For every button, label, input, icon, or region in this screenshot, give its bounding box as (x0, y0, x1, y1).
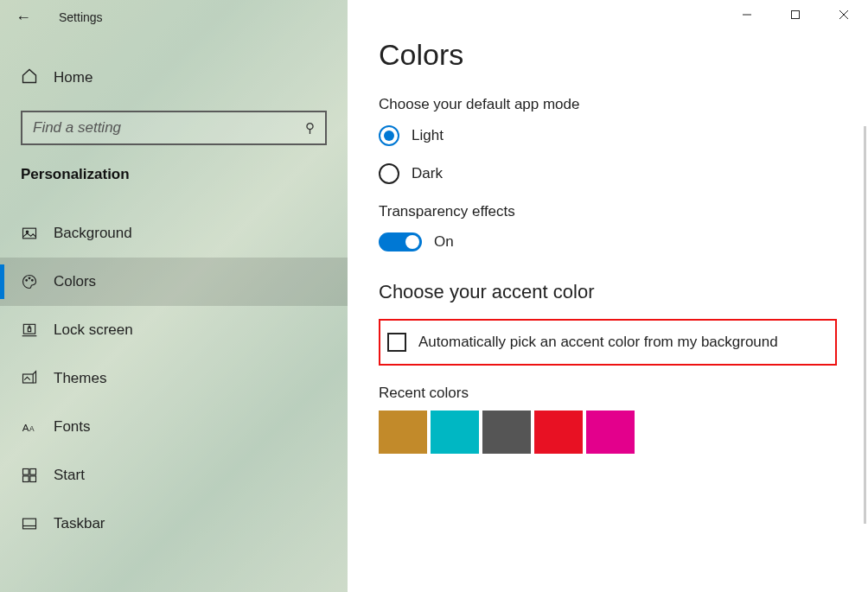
auto-accent-checkbox-row[interactable]: Automatically pick an accent color from … (379, 319, 837, 366)
search-box[interactable]: ⚲ (21, 111, 327, 145)
sidebar-item-lockscreen[interactable]: Lock screen (0, 306, 348, 354)
close-button[interactable] (820, 0, 868, 29)
home-icon (21, 67, 38, 88)
radio-icon (379, 163, 399, 184)
themes-icon (21, 370, 38, 387)
titlebar: ← Settings (0, 0, 348, 35)
transparency-toggle[interactable] (379, 232, 422, 251)
radio-label: Dark (412, 165, 443, 182)
sidebar-item-label: Themes (54, 370, 106, 387)
svg-rect-1 (792, 11, 800, 19)
svg-rect-18 (30, 476, 36, 482)
checkbox-label: Automatically pick an accent color from … (418, 334, 778, 351)
palette-icon (21, 273, 38, 290)
sidebar-item-label: Background (54, 225, 132, 242)
svg-rect-15 (23, 469, 29, 475)
picture-icon (21, 225, 38, 242)
svg-point-5 (26, 231, 29, 233)
sidebar-item-themes[interactable]: Themes (0, 354, 348, 403)
sidebar-item-colors[interactable]: Colors (0, 258, 348, 306)
svg-rect-12 (23, 374, 34, 383)
app-title: Settings (59, 10, 103, 24)
color-swatch[interactable] (482, 411, 531, 454)
start-icon (21, 467, 38, 484)
color-swatch[interactable] (431, 411, 479, 454)
recent-colors-label: Recent colors (379, 385, 868, 402)
svg-text:A: A (29, 424, 35, 433)
radio-dark[interactable]: Dark (379, 163, 868, 184)
search-input[interactable] (33, 119, 305, 137)
sidebar-item-start[interactable]: Start (0, 451, 348, 500)
accent-label: Choose your accent color (379, 281, 868, 303)
maximize-button[interactable] (771, 0, 820, 29)
svg-point-7 (29, 277, 30, 279)
svg-rect-10 (28, 328, 30, 332)
radio-light[interactable]: Light (379, 125, 868, 146)
checkbox-icon (387, 333, 406, 352)
lockscreen-icon (21, 321, 38, 339)
home-nav[interactable]: Home (0, 52, 348, 104)
recent-colors-row (379, 411, 868, 454)
svg-rect-4 (23, 228, 36, 239)
toggle-state-label: On (434, 233, 454, 251)
sidebar-item-label: Fonts (54, 418, 91, 436)
sidebar-item-label: Start (54, 467, 85, 484)
svg-point-8 (32, 280, 34, 282)
scrollbar[interactable] (864, 126, 866, 524)
taskbar-icon (21, 515, 38, 532)
window-controls (723, 0, 868, 35)
transparency-label: Transparency effects (379, 203, 868, 220)
search-icon: ⚲ (305, 120, 315, 136)
fonts-icon: AA (21, 418, 38, 436)
radio-icon (379, 125, 399, 146)
sidebar-item-background[interactable]: Background (0, 209, 348, 258)
appmode-label: Choose your default app mode (379, 96, 868, 113)
minimize-button[interactable] (723, 0, 771, 29)
category-header: Personalization (0, 145, 348, 192)
sidebar-item-label: Colors (54, 273, 96, 290)
color-swatch[interactable] (534, 411, 583, 454)
radio-label: Light (412, 127, 444, 144)
sidebar-item-label: Taskbar (54, 515, 105, 532)
sidebar: ← Settings Home ⚲ Personalization Backgr… (0, 0, 348, 592)
main-content: Colors Choose your default app mode Ligh… (348, 0, 868, 592)
svg-text:A: A (22, 422, 29, 433)
svg-rect-16 (30, 469, 36, 475)
nav-list: Background Colors Lock screen Themes (0, 209, 348, 548)
page-title: Colors (379, 38, 868, 72)
sidebar-item-fonts[interactable]: AA Fonts (0, 403, 348, 451)
home-label: Home (54, 69, 93, 86)
svg-point-6 (26, 280, 28, 282)
sidebar-item-label: Lock screen (54, 321, 133, 339)
color-swatch[interactable] (586, 411, 635, 454)
color-swatch[interactable] (379, 411, 427, 454)
svg-rect-19 (23, 519, 36, 529)
svg-rect-17 (23, 476, 29, 482)
settings-window: ← Settings Home ⚲ Personalization Backgr… (0, 0, 868, 592)
back-button[interactable]: ← (16, 9, 31, 27)
transparency-toggle-row: On (379, 232, 868, 251)
sidebar-item-taskbar[interactable]: Taskbar (0, 500, 348, 548)
